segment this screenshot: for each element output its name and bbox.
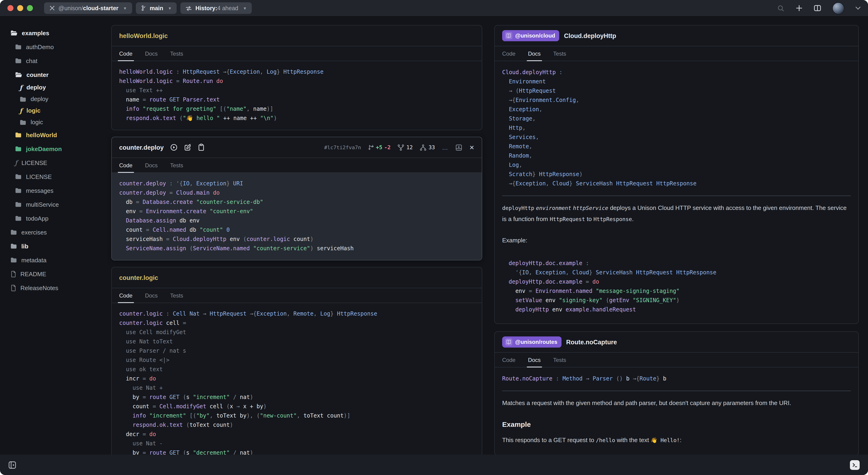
zoom-window-button[interactable] [27,5,33,11]
tab-docs[interactable]: Docs [145,158,158,172]
code-line: by = route GET (s "decrement" / nat) [119,448,474,454]
code-line: counter.logic cell = [119,318,474,328]
folder-icon [20,96,26,102]
signature-code: Cloud.deployHttp : Environment → (HttpRe… [502,62,851,194]
avatar[interactable] [832,2,844,14]
minimize-window-button[interactable] [17,5,23,11]
sidebar-item-jokedaemon[interactable]: jokeDaemon [0,142,106,156]
project-badge[interactable]: @unison/cloud [502,30,559,41]
chevron-down-icon: ▼ [243,6,247,10]
tab-code[interactable]: Code [119,288,132,303]
sidebar-item-logic[interactable]: logic [0,116,106,128]
definition-hash[interactable]: #lc7ti2fva7n [324,145,361,150]
tab-docs[interactable]: Docs [145,46,158,61]
sidebar-item-authdemo[interactable]: authDemo [0,40,106,54]
sidebar-item-label: deploy [26,84,46,91]
card-header: helloWorld.logic [112,26,482,46]
code-line: use Route <|> [119,355,474,365]
diff-added: +5 [376,144,382,151]
new-tab-icon[interactable] [796,5,803,11]
card-header: @unison/routesRoute.noCapture [495,332,858,353]
dependents-count[interactable]: 12 [398,144,413,151]
example-code: deployHttp.doc.example : '{IO, Exception… [502,259,851,314]
sidebar-item-exercises[interactable]: exercises [0,225,106,239]
more-actions-icon[interactable]: … [442,144,448,151]
fork-icon [398,144,405,151]
sidebar-item-label: chat [26,57,37,64]
diff-stats[interactable]: +5-2 [368,144,391,151]
code-line: counter.deploy = Cloud.main do [119,188,474,197]
code-line: db = Database.create "counter-service-db… [119,197,474,207]
code-line: Storage, [502,114,851,123]
sidebar-item-metadata[interactable]: metadata [0,253,106,267]
folder-icon [15,201,22,208]
tab-tests[interactable]: Tests [170,288,183,303]
tab-code[interactable]: Code [502,353,516,367]
history-selector[interactable]: History:4 ahead ▼ [181,2,252,14]
project-badge-label: @unison/routes [515,339,557,345]
toggle-sidebar-icon[interactable] [8,461,16,469]
sidebar-item-label: messages [26,187,54,194]
sidebar-item-label: authDemo [26,43,54,50]
folder-open-icon [15,71,22,78]
definition-card-counter-logic: counter.logicCodeDocsTestscounter.logic … [111,267,482,454]
project-selector[interactable]: @unison/cloud-starter ▼ [44,2,132,14]
branch-selector[interactable]: main ▼ [136,2,177,14]
tab-docs[interactable]: Docs [528,46,540,61]
sidebar-item-license[interactable]: LICENSE [0,169,106,184]
sidebar-item-deploy[interactable]: ƒdeploy [0,82,106,93]
sidebar-item-deploy[interactable]: deploy [0,93,106,105]
sidebar-item-messages[interactable]: messages [0,184,106,197]
right-column: @unison/cloudCloud.deployHttpCodeDocsTes… [490,17,868,454]
chevron-down-icon[interactable] [856,6,861,10]
sidebar-item-readme[interactable]: README [0,267,106,281]
count-value: 12 [406,144,413,151]
tab-tests[interactable]: Tests [553,353,566,367]
branch-name: main [150,5,163,11]
sidebar-item-chat[interactable]: chat [0,54,106,68]
card-header: counter.deploy#lc7ti2fva7n+5-21233…✕ [112,137,482,158]
close-icon[interactable]: ✕ [469,144,474,151]
card-toolbar [170,144,205,151]
edit-icon[interactable] [184,144,191,151]
tab-tests[interactable]: Tests [170,46,183,61]
code-view: counter.logic : Cell Nat → HttpRequest →… [112,303,482,454]
sidebar-item-multiservice[interactable]: multiService [0,197,106,211]
tab-code[interactable]: Code [119,158,132,172]
tab-docs[interactable]: Docs [528,353,540,367]
split-view-icon[interactable] [814,5,821,11]
close-window-button[interactable] [7,5,13,11]
search-icon[interactable] [777,4,784,12]
sidebar-item-label: examples [22,29,50,36]
code-line: → (HttpRequest [502,86,851,95]
dependencies-count[interactable]: 33 [420,144,435,151]
tab-tests[interactable]: Tests [553,46,566,61]
dock-panel-icon[interactable] [455,144,462,151]
file-tree: examplesauthDemochatcounterƒdeploydeploy… [0,26,106,295]
signature-code: Route.noCapture : Method → Parser () b →… [502,369,851,389]
code-line: use Parser / nat s [119,346,474,355]
project-badge[interactable]: @unison/routes [502,337,561,348]
play-circle-icon[interactable] [170,144,178,151]
sidebar-item-license[interactable]: ƒLICENSE [0,156,106,169]
sidebar-item-releasenotes[interactable]: ReleaseNotes [0,281,106,295]
tab-docs[interactable]: Docs [145,288,158,303]
doc-paragraph: This responds to a GET request to /hello… [502,435,851,446]
sidebar-item-helloworld[interactable]: helloWorld [0,128,106,142]
sidebar-item-lib[interactable]: lib [0,239,106,253]
tab-tests[interactable]: Tests [170,158,183,172]
code-line: env = Environment.create "counter-env" [119,207,474,216]
fn-icon: ƒ [15,159,17,166]
doc-body: Cloud.deployHttp : Environment → (HttpRe… [495,61,858,323]
tab-code[interactable]: Code [502,46,516,61]
terminal-button[interactable] [850,460,860,470]
card-header: counter.logic [112,267,482,288]
code-line: env = Environment.named "message-signing… [509,286,851,296]
sidebar-item-counter[interactable]: counter [0,68,106,82]
sidebar-item-examples[interactable]: examples [0,26,106,40]
project-owner: @unison/ [58,5,83,11]
tab-code[interactable]: Code [119,46,132,61]
sidebar-item-todoapp[interactable]: todoApp [0,211,106,225]
sidebar-item-logic[interactable]: ƒlogic [0,105,106,116]
clipboard-icon[interactable] [198,144,205,151]
